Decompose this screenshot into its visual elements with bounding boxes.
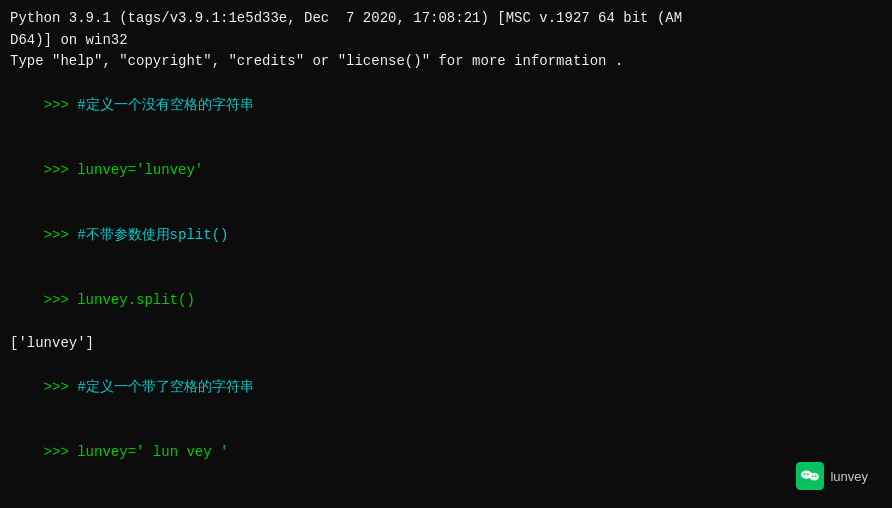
code-text-6: lunvey=' lun vey ' — [77, 444, 228, 460]
terminal-window: Python 3.9.1 (tags/v3.9.1:1e5d33e, Dec 7… — [0, 0, 892, 508]
prompt-2: >>> — [44, 162, 78, 178]
watermark: lunvey — [796, 462, 868, 490]
code-text-4: lunvey.split() — [77, 292, 195, 308]
comment-text-3: #不带参数使用split() — [77, 227, 228, 243]
code-assign-space: >>> lunvey=' lun vey ' — [10, 420, 882, 485]
code-split-2: >>> lunvey.split() — [10, 485, 882, 508]
prompt-3: >>> — [44, 227, 78, 243]
svg-point-6 — [815, 476, 817, 478]
header-line-1: Python 3.9.1 (tags/v3.9.1:1e5d33e, Dec 7… — [10, 8, 882, 30]
svg-point-5 — [812, 476, 814, 478]
wechat-icon — [796, 462, 824, 490]
comment-with-space: >>> #定义一个带了空格的字符串 — [10, 355, 882, 420]
output-1: ['lunvey'] — [10, 333, 882, 355]
header-line-3: Type "help", "copyright", "credits" or "… — [10, 51, 882, 73]
comment-no-param: >>> #不带参数使用split() — [10, 203, 882, 268]
code-assign-lunvey: >>> lunvey='lunvey' — [10, 138, 882, 203]
code-split-1: >>> lunvey.split() — [10, 268, 882, 333]
header-line-2: D64)] on win32 — [10, 30, 882, 52]
comment-text-1: #定义一个没有空格的字符串 — [77, 97, 253, 113]
prompt-6: >>> — [44, 444, 78, 460]
comment-text-5: #定义一个带了空格的字符串 — [77, 379, 253, 395]
svg-point-4 — [807, 473, 809, 475]
svg-point-2 — [810, 473, 820, 481]
svg-point-3 — [804, 473, 806, 475]
prompt-5: >>> — [44, 379, 78, 395]
code-text-2: lunvey='lunvey' — [77, 162, 203, 178]
prompt-1: >>> — [44, 97, 78, 113]
comment-no-space: >>> #定义一个没有空格的字符串 — [10, 73, 882, 138]
watermark-label: lunvey — [830, 469, 868, 484]
prompt-4: >>> — [44, 292, 78, 308]
